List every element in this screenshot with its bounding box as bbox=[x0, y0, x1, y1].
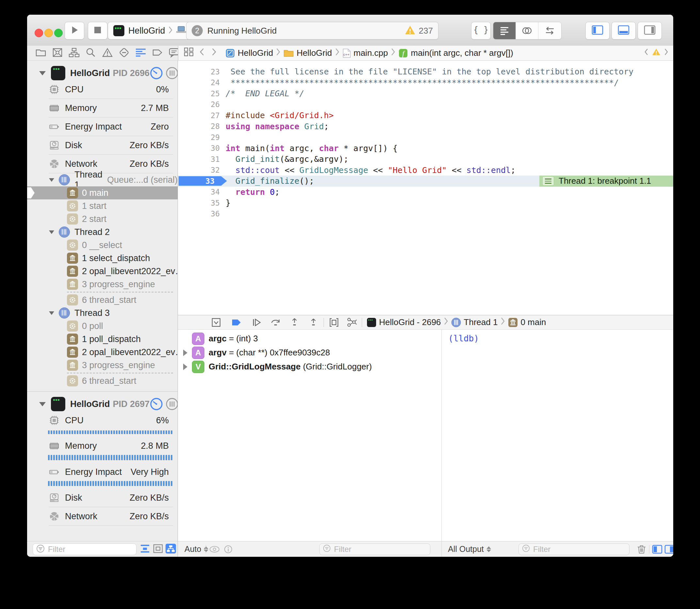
disclosure-triangle-icon[interactable] bbox=[183, 350, 187, 356]
disclosure-triangle-icon[interactable] bbox=[39, 402, 46, 406]
code-line[interactable]: 32 std::cout << GridLogMessage << "Hello… bbox=[178, 165, 673, 176]
process-row[interactable]: HelloGridPID 2697 bbox=[27, 397, 177, 411]
issue-forward-icon[interactable] bbox=[664, 48, 669, 58]
forward-icon[interactable] bbox=[211, 48, 217, 58]
toggle-navigator-button[interactable] bbox=[585, 22, 610, 39]
code-line[interactable]: 28using namespace Grid; bbox=[178, 121, 673, 132]
gauge-icon[interactable] bbox=[150, 66, 163, 80]
stat-row-network[interactable]: NetworkZero KB/s bbox=[27, 507, 177, 525]
related-items-icon[interactable] bbox=[184, 47, 194, 59]
navigator-filter-input[interactable] bbox=[47, 544, 136, 554]
navigator-filter-field[interactable] bbox=[33, 543, 136, 555]
code-line[interactable]: 27#include <Grid/Grid.h> bbox=[178, 110, 673, 121]
breakpoints-toggle-icon[interactable] bbox=[231, 317, 242, 328]
stack-frame-row[interactable]: 6 thread_start bbox=[27, 293, 177, 307]
stack-frame-row[interactable]: 1 poll_dispatch bbox=[27, 333, 177, 346]
breakpoint-navigator-icon[interactable] bbox=[152, 47, 163, 59]
line-number[interactable]: 35 bbox=[178, 199, 220, 207]
zoom-button[interactable] bbox=[54, 29, 63, 37]
process-row[interactable]: HelloGridPID 2696 bbox=[27, 66, 177, 80]
source-editor[interactable]: 23 See the full license in the file "LIC… bbox=[178, 61, 673, 315]
code-line[interactable]: 29 bbox=[178, 132, 673, 143]
standard-editor-button[interactable] bbox=[493, 22, 516, 39]
info-icon[interactable] bbox=[224, 541, 233, 557]
line-number[interactable]: 26 bbox=[178, 100, 220, 109]
code-line[interactable]: 25/* END LEGAL */ bbox=[178, 88, 673, 99]
code-line[interactable]: 3333 Grid_finalize();Thread 1: breakpoin… bbox=[178, 176, 673, 187]
warning-icon[interactable] bbox=[405, 25, 416, 36]
variable-row[interactable]: Aargv = (char **) 0x7ffee9039c28 bbox=[178, 346, 441, 360]
warning-count[interactable]: 237 bbox=[419, 26, 433, 36]
thread-row[interactable]: Thread 3 bbox=[27, 307, 177, 319]
debug-breadcrumb-item[interactable]: Thread 1 bbox=[451, 317, 498, 327]
code-review-button[interactable]: { } bbox=[471, 22, 491, 39]
view-by-process-icon[interactable] bbox=[165, 543, 176, 555]
line-number[interactable]: 34 bbox=[178, 188, 220, 196]
jumpbar-item[interactable]: HelloGrid bbox=[225, 48, 273, 58]
toggle-inspector-button[interactable] bbox=[638, 22, 662, 39]
assistant-editor-button[interactable] bbox=[516, 22, 539, 39]
disclosure-triangle-icon[interactable] bbox=[183, 364, 187, 370]
line-number[interactable]: 36 bbox=[178, 210, 220, 218]
line-number[interactable]: 28 bbox=[178, 122, 220, 130]
stat-row-memory[interactable]: Memory2.7 MB bbox=[27, 99, 177, 117]
line-number[interactable]: 24 bbox=[178, 78, 220, 87]
stack-frame-row[interactable]: 6 thread_start bbox=[27, 375, 177, 387]
variable-row[interactable]: VGrid::GridLogMessage (Grid::GridLogger) bbox=[178, 360, 441, 374]
stat-row-memory[interactable]: Memory2.8 MB bbox=[27, 437, 177, 455]
stop-button[interactable] bbox=[88, 22, 107, 39]
line-number[interactable]: 23 bbox=[178, 68, 220, 76]
view-hierarchy-icon[interactable] bbox=[328, 317, 340, 328]
step-out-icon[interactable] bbox=[308, 317, 319, 328]
code-line[interactable]: 35} bbox=[178, 197, 673, 209]
console-view[interactable]: (lldb) bbox=[441, 330, 673, 541]
line-number[interactable]: 29 bbox=[178, 133, 220, 142]
stat-row-energy-impact[interactable]: Energy ImpactZero bbox=[27, 118, 177, 136]
disclosure-triangle-icon[interactable] bbox=[49, 230, 54, 234]
project-navigator-icon[interactable] bbox=[35, 47, 46, 59]
stat-row-cpu[interactable]: CPU6% bbox=[27, 411, 177, 430]
columns-icon[interactable] bbox=[165, 66, 178, 80]
back-icon[interactable] bbox=[199, 48, 204, 58]
line-number[interactable]: 31 bbox=[178, 155, 220, 163]
source-control-navigator-icon[interactable] bbox=[52, 47, 63, 59]
jumpbar-item[interactable]: fmain(int argc, char * argv[]) bbox=[398, 48, 513, 58]
breakpoint-annotation[interactable]: Thread 1: breakpoint 1.1 bbox=[540, 176, 673, 187]
line-number[interactable]: 25 bbox=[178, 89, 220, 98]
test-navigator-icon[interactable] bbox=[119, 47, 130, 59]
run-button[interactable] bbox=[65, 22, 84, 39]
code-line[interactable]: 26 bbox=[178, 99, 673, 110]
show-console-view-icon[interactable] bbox=[664, 541, 673, 557]
breakpoint-badge[interactable]: 33 bbox=[178, 176, 227, 186]
stat-row-network[interactable]: NetworkZero KB/s bbox=[27, 155, 177, 173]
stack-frame-row[interactable]: 2 opal_libevent2022_ev… bbox=[27, 265, 177, 278]
debug-breadcrumb-item[interactable]: HelloGrid - 2696 bbox=[366, 317, 441, 327]
disclosure-triangle-icon[interactable] bbox=[39, 71, 46, 75]
variables-scope-popup[interactable]: Auto bbox=[185, 541, 208, 557]
thread-row[interactable]: Thread 2 bbox=[27, 226, 177, 239]
memory-graph-icon[interactable] bbox=[346, 317, 357, 328]
stack-frame-row[interactable]: 2 opal_libevent2022_ev… bbox=[27, 346, 177, 359]
columns-icon[interactable] bbox=[165, 397, 178, 411]
stack-frame-row[interactable]: 1 select_dispatch bbox=[27, 251, 177, 265]
jumpbar-item[interactable]: HelloGrid bbox=[284, 48, 332, 58]
issue-back-icon[interactable] bbox=[644, 48, 648, 58]
stack-frame-row[interactable]: 0 poll bbox=[27, 319, 177, 333]
disclosure-triangle-icon[interactable] bbox=[49, 178, 54, 182]
stack-frame-row[interactable]: 3 progress_engine bbox=[27, 359, 177, 372]
view-by-queue-icon[interactable] bbox=[152, 543, 164, 555]
disclosure-triangle-icon[interactable] bbox=[49, 311, 54, 315]
code-line[interactable]: 31 Grid_init(&argc,&argv); bbox=[178, 154, 673, 165]
continue-icon[interactable] bbox=[251, 317, 262, 328]
thread-row[interactable]: Thread 1Queue:...d (serial) bbox=[27, 173, 177, 186]
debug-navigator-icon[interactable] bbox=[135, 47, 146, 59]
line-number[interactable]: 32 bbox=[178, 166, 220, 174]
code-line[interactable]: 24 *************************************… bbox=[178, 77, 673, 88]
stack-frame-row[interactable]: 0 __select bbox=[27, 239, 177, 251]
line-number[interactable]: 30 bbox=[178, 144, 220, 152]
console-filter-field[interactable] bbox=[518, 543, 630, 555]
code-line[interactable]: 34 return 0; bbox=[178, 187, 673, 198]
code-line[interactable]: 30int main(int argc, char * argv[]) { bbox=[178, 143, 673, 154]
hide-debug-area-icon[interactable] bbox=[210, 317, 222, 328]
issue-navigator-icon[interactable] bbox=[102, 47, 113, 59]
